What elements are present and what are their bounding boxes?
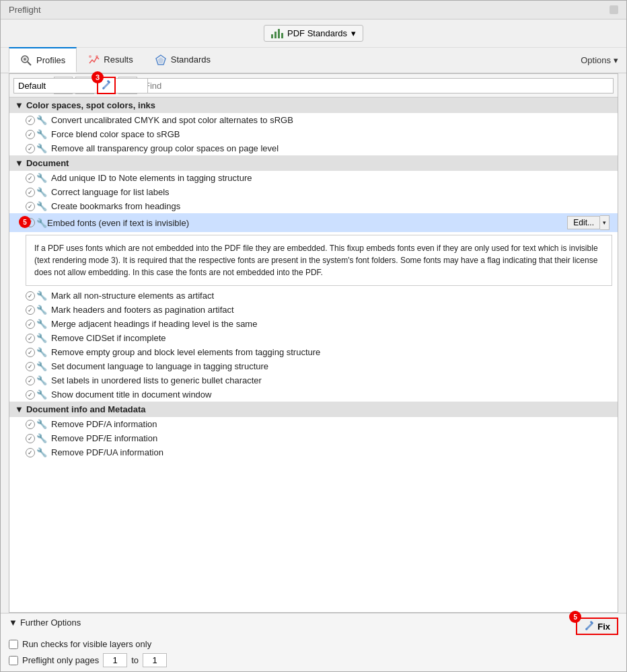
- item-label: Create bookmarks from headings: [51, 201, 612, 211]
- wrench-badge: 3: [91, 71, 104, 83]
- wrench-item-icon: 🔧: [36, 389, 47, 400]
- visible-layers-row: Run checks for visible layers only: [9, 639, 618, 649]
- item-icons: 🔧: [26, 447, 47, 457]
- embed-fonts-label: Embed fonts (even if text is invisible): [47, 218, 567, 228]
- list-item[interactable]: 🔧 Merge adjacent headings if heading lev…: [9, 317, 618, 331]
- edit-dropdown-arrow[interactable]: ▾: [600, 215, 610, 230]
- edit-button[interactable]: Edit...: [567, 216, 600, 229]
- visible-layers-checkbox[interactable]: [9, 640, 18, 649]
- wrench-item-icon: 🔧: [36, 201, 47, 211]
- item-label: Remove all transparency group color spac…: [51, 143, 612, 153]
- fix-button-wrapper: 5 Fix: [576, 618, 618, 635]
- wrench-item-icon: 🔧: [36, 333, 47, 343]
- list-item-selected[interactable]: 5 🔧 Embed fonts (even if text is invisib…: [9, 213, 618, 232]
- section-doc-info[interactable]: ▼ Document info and Metadata: [9, 402, 618, 417]
- page-to-input[interactable]: 1: [143, 653, 167, 667]
- wrench-item-icon: 🔧: [36, 218, 47, 228]
- svg-point-4: [96, 55, 98, 58]
- check-icon: [26, 116, 35, 125]
- selected-item-badge: 5: [19, 216, 31, 228]
- list-item[interactable]: 🔧 Correct language for list labels: [9, 185, 618, 199]
- filter-bar: Default: [9, 74, 618, 98]
- section-color-spaces-label: Color spaces, spot colors, inks: [26, 100, 155, 110]
- preflight-pages-checkbox[interactable]: [9, 656, 18, 665]
- fix-button[interactable]: Fix: [576, 618, 618, 635]
- profile-dropdown[interactable]: Default: [13, 78, 148, 94]
- options-arrow-icon: ▾: [614, 55, 618, 65]
- section-document[interactable]: ▼ Document: [9, 155, 618, 171]
- list-item[interactable]: 🔧 Create bookmarks from headings: [9, 199, 618, 213]
- list-item[interactable]: 🔧 Add unique ID to Note elements in tagg…: [9, 171, 618, 185]
- check-icon: [26, 376, 35, 385]
- check-icon: [26, 291, 35, 301]
- list-item[interactable]: 🔧 Set labels in unordered lists to gener…: [9, 373, 618, 387]
- profiles-tab-icon: [20, 54, 32, 66]
- item-label: Add unique ID to Note elements in taggin…: [51, 173, 612, 183]
- section-document-label: Document: [26, 158, 69, 168]
- check-icon: [26, 348, 35, 357]
- dropdown-arrow: ▾: [351, 28, 356, 38]
- item-icons: 🔧: [26, 305, 47, 315]
- item-label: Remove PDF/A information: [51, 419, 612, 429]
- tab-standards[interactable]: Standards: [144, 48, 221, 73]
- list-item[interactable]: 🔧 Force blend color space to sRGB: [9, 127, 618, 141]
- wrench-item-icon: 🔧: [36, 419, 47, 429]
- further-options-header[interactable]: ▼ Further Options: [9, 618, 81, 628]
- tab-profiles-label: Profiles: [36, 55, 65, 65]
- list-item[interactable]: 🔧 Convert uncalibrated CMYK and spot col…: [9, 113, 618, 127]
- title-bar: Preflight: [1, 1, 626, 20]
- check-icon: [26, 130, 35, 139]
- close-button[interactable]: [610, 5, 618, 14]
- wrench-item-icon: 🔧: [36, 129, 47, 139]
- pdf-standards-label: PDF Standards: [287, 28, 347, 38]
- item-icons: 🔧: [26, 375, 47, 385]
- pdf-standards-button[interactable]: PDF Standards ▾: [264, 25, 363, 42]
- section-doc-info-label: Document info and Metadata: [26, 404, 146, 414]
- list-item[interactable]: 🔧 Remove empty group and block level ele…: [9, 345, 618, 359]
- list-item[interactable]: 🔧 Mark headers and footers as pagination…: [9, 303, 618, 317]
- find-input[interactable]: [140, 78, 614, 94]
- check-icon: [26, 420, 35, 429]
- item-label: Force blend color space to sRGB: [51, 129, 612, 139]
- item-label: Remove CIDSet if incomplete: [51, 333, 612, 343]
- tab-profiles[interactable]: Profiles: [9, 47, 77, 73]
- tab-standards-label: Standards: [171, 54, 211, 65]
- list-item[interactable]: 🔧 Show document title in document window: [9, 387, 618, 402]
- wrench-item-icon: 🔧: [36, 305, 47, 315]
- check-icon: [26, 202, 35, 211]
- fix-btn-container: 5 Fix: [576, 618, 618, 635]
- list-item[interactable]: 🔧 Remove PDF/UA information: [9, 445, 618, 459]
- item-label: Remove empty group and block level eleme…: [51, 347, 612, 357]
- item-icons: 🔧: [26, 333, 47, 343]
- item-label: Remove PDF/UA information: [51, 447, 612, 457]
- check-icon: [26, 305, 35, 315]
- section-doc-info-collapse-icon: ▼: [15, 404, 24, 414]
- section-color-spaces[interactable]: ▼ Color spaces, spot colors, inks: [9, 98, 618, 113]
- check-icon: [26, 320, 35, 329]
- wrench-item-icon: 🔧: [36, 319, 47, 329]
- item-label: Set document language to language in tag…: [51, 361, 612, 371]
- section-collapse-icon: ▼: [15, 100, 24, 110]
- wrench-item-icon: 🔧: [36, 173, 47, 183]
- item-label: Correct language for list labels: [51, 187, 612, 197]
- edit-area: Edit... ▾: [567, 215, 610, 230]
- list-item[interactable]: 🔧 Remove CIDSet if incomplete: [9, 331, 618, 345]
- list-item[interactable]: 🔧 Remove PDF/E information: [9, 431, 618, 445]
- list-item[interactable]: 🔧 Set document language to language in t…: [9, 359, 618, 373]
- options-button[interactable]: Options ▾: [581, 55, 618, 65]
- preflight-window: Preflight PDF Standards ▾: [0, 0, 627, 672]
- tab-results[interactable]: Results: [77, 48, 143, 73]
- svg-point-15: [586, 628, 588, 630]
- item-description: If a PDF uses fonts which are not embedd…: [26, 235, 612, 286]
- tabs-row: Profiles Results Standards Option: [1, 48, 626, 73]
- item-label: Set labels in unordered lists to generic…: [51, 375, 612, 385]
- page-from-input[interactable]: 1: [103, 653, 127, 667]
- item-icons: 🔧: [26, 115, 47, 125]
- preflight-pages-row: Preflight only pages 1 to 1: [9, 653, 618, 667]
- list-item[interactable]: 🔧 Remove PDF/A information: [9, 417, 618, 431]
- list-item[interactable]: 🔧 Remove all transparency group color sp…: [9, 141, 618, 155]
- item-icons: 🔧: [26, 433, 47, 443]
- list-item[interactable]: 🔧 Mark all non-structure elements as art…: [9, 289, 618, 303]
- item-label: Remove PDF/E information: [51, 433, 612, 443]
- preflight-pages-label: Preflight only pages: [22, 655, 99, 665]
